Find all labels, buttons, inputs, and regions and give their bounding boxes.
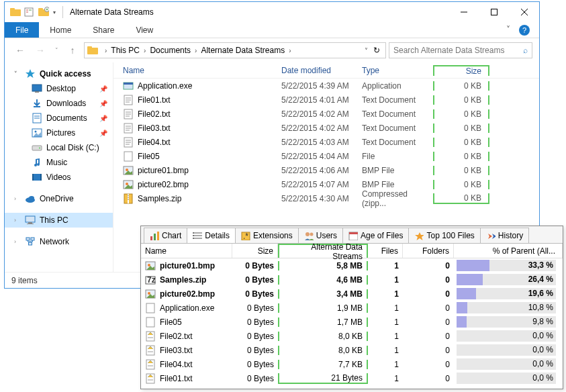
tab-file[interactable]: File [5, 22, 39, 38]
chevron-right-icon[interactable]: › [103, 47, 108, 54]
file-row[interactable]: Samples.zip 5/22/2015 4:30 AM Compressed… [113, 191, 539, 205]
nav-documents[interactable]: Documents📌 [5, 111, 113, 126]
dp-column-size[interactable]: Size [232, 244, 278, 258]
details-row[interactable]: File05 0 Bytes 1,7 MB 1 0 9,8 % [141, 315, 563, 329]
nav-up-button[interactable]: ↑ [64, 42, 81, 59]
tab-view[interactable]: View [125, 22, 164, 38]
chevron-right-icon[interactable]: › [14, 195, 16, 202]
tab-extensions[interactable]: Extensions [235, 228, 299, 243]
dp-column-percent[interactable]: % of Parent (All... [454, 244, 563, 258]
tab-top-100[interactable]: Top 100 Files [408, 228, 480, 243]
tab-chart[interactable]: Chart [144, 228, 187, 243]
nav-local-disk-c[interactable]: Local Disk (C:) [5, 140, 113, 155]
this-pc-icon [25, 215, 36, 226]
details-files: 1 [368, 261, 403, 271]
chevron-right-icon[interactable]: › [142, 47, 147, 54]
chevron-right-icon[interactable]: › [193, 47, 198, 54]
tab-home[interactable]: Home [39, 22, 82, 38]
details-row[interactable]: Samples.zip 0 Bytes 4,6 MB 1 0 26,4 % [141, 273, 563, 287]
star-icon [25, 68, 36, 79]
breadcrumb[interactable]: › This PC › Documents › Alternate Data S… [84, 42, 386, 58]
nav-downloads[interactable]: Downloads📌 [5, 96, 113, 111]
dp-column-files[interactable]: Files [368, 244, 403, 258]
tab-details[interactable]: Details [187, 228, 236, 243]
extensions-icon [241, 231, 250, 240]
dp-column-folders[interactable]: Folders [403, 244, 454, 258]
nav-recent-dropdown[interactable]: ˅ [52, 42, 61, 59]
nav-forward-button[interactable]: → [32, 42, 49, 59]
nav-music[interactable]: Music [5, 155, 113, 170]
file-icon [123, 81, 134, 91]
nav-pictures[interactable]: Pictures📌 [5, 126, 113, 140]
tab-users[interactable]: Users [298, 228, 343, 243]
chevron-right-icon[interactable]: › [14, 217, 16, 224]
ribbon-collapse-icon[interactable]: ˅ [503, 25, 514, 36]
file-row[interactable]: picture01.bmp 5/22/2015 4:06 AM BMP File… [113, 163, 539, 177]
qat-dropdown-icon[interactable]: ▾ [53, 9, 56, 15]
nav-videos[interactable]: Videos [5, 170, 113, 185]
file-row[interactable]: Application.exe 5/22/2015 4:39 AM Applic… [113, 79, 539, 93]
details-row[interactable]: Application.exe 0 Bytes 1,9 MB 1 0 10,8 … [141, 301, 563, 315]
file-row[interactable]: File03.txt 5/22/2015 4:02 AM Text Docume… [113, 121, 539, 135]
properties-icon[interactable] [23, 7, 34, 17]
navigation-pane[interactable]: ˅ Quick access Desktop📌 Downloads📌 Docum… [5, 62, 113, 272]
column-name[interactable]: Name [113, 66, 281, 75]
close-button[interactable] [509, 2, 539, 22]
tab-age-of-files[interactable]: Age of Files [342, 228, 409, 243]
refresh-icon[interactable]: ↻ [371, 46, 383, 55]
tab-share[interactable]: Share [82, 22, 125, 38]
file-icon [145, 303, 156, 313]
column-size[interactable]: Size [433, 65, 489, 76]
breadcrumb-item[interactable]: This PC [108, 46, 142, 55]
pin-icon: 📌 [99, 85, 107, 93]
nav-back-button[interactable]: ← [11, 42, 29, 59]
file-row[interactable]: File04.txt 5/22/2015 4:03 AM Text Docume… [113, 135, 539, 149]
details-files: 1 [368, 317, 403, 327]
file-row[interactable]: picture02.bmp 5/22/2015 4:07 AM BMP File… [113, 177, 539, 191]
details-icon [193, 231, 202, 240]
nav-this-pc[interactable]: ›This PC [5, 213, 113, 228]
file-name: picture02.bmp [138, 180, 189, 189]
details-row[interactable]: picture01.bmp 0 Bytes 5,8 MB 1 0 33,3 % [141, 258, 563, 273]
dp-column-name[interactable]: Name [141, 244, 232, 258]
tab-history[interactable]: History [480, 228, 529, 243]
chevron-right-icon[interactable]: › [287, 47, 292, 54]
file-name: File05 [138, 152, 160, 161]
nav-quick-access[interactable]: ˅ Quick access [5, 66, 113, 81]
help-icon[interactable]: ? [519, 25, 530, 36]
details-name: picture02.bmp [160, 289, 215, 299]
network-icon [25, 236, 36, 247]
file-row[interactable]: File05 5/22/2015 4:04 AM File 0 KB [113, 149, 539, 163]
nav-network[interactable]: ›Network [5, 234, 113, 249]
search-input[interactable]: Search Alternate Data Streams ⌕ [389, 42, 532, 58]
details-header: Name Size Alternate Data Streams Files F… [141, 244, 563, 258]
nav-desktop[interactable]: Desktop📌 [5, 81, 113, 96]
svg-rect-62 [491, 9, 497, 15]
file-name: File02.txt [138, 109, 171, 119]
address-history-dropdown[interactable]: ˅ [365, 47, 368, 54]
details-ads: 8,0 KB [278, 346, 368, 355]
file-row[interactable]: File01.txt 5/22/2015 4:01 AM Text Docume… [113, 93, 539, 107]
chevron-down-icon[interactable]: ˅ [14, 70, 17, 77]
details-row[interactable]: File04.txt 0 Bytes 7,7 KB 1 0 0,0 % [141, 357, 563, 371]
details-row[interactable]: picture02.bmp 0 Bytes 3,4 MB 1 0 19,6 % [141, 287, 563, 301]
column-type[interactable]: Type [362, 66, 433, 75]
details-row[interactable]: File01.txt 0 Bytes 21 Bytes 1 0 0,0 % [141, 371, 563, 385]
details-row[interactable]: File03.txt 0 Bytes 8,0 KB 1 0 0,0 % [141, 343, 563, 357]
new-folder-icon[interactable] [38, 7, 49, 17]
column-date[interactable]: Date modified [281, 66, 362, 75]
chevron-right-icon[interactable]: › [14, 238, 16, 245]
file-row[interactable]: File02.txt 5/22/2015 4:02 AM Text Docume… [113, 107, 539, 121]
details-percent: 0,0 % [454, 372, 563, 385]
maximize-button[interactable] [479, 2, 509, 22]
file-type: File [362, 152, 433, 161]
titlebar[interactable]: ▾ Alternate Data Streams [5, 2, 539, 22]
nav-onedrive[interactable]: ›OneDrive [5, 191, 113, 206]
breadcrumb-item[interactable]: Documents [147, 46, 193, 55]
details-size: 0 Bytes [232, 360, 278, 369]
minimize-button[interactable] [449, 2, 479, 22]
details-row[interactable]: File02.txt 0 Bytes 8,0 KB 1 0 0,0 % [141, 329, 563, 343]
breadcrumb-item[interactable]: Alternate Data Streams [198, 46, 287, 55]
dp-column-ads[interactable]: Alternate Data Streams [278, 244, 368, 258]
details-folders: 0 [403, 317, 454, 327]
